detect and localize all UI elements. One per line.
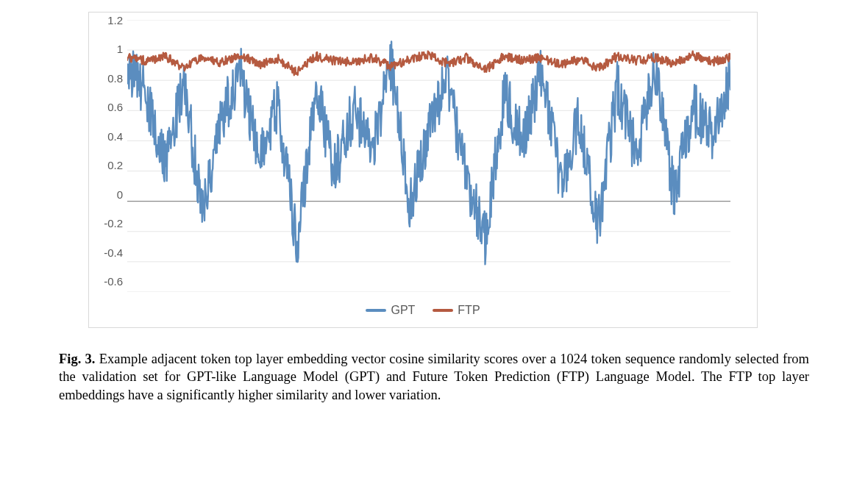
y-tick-label: 0.6: [107, 101, 123, 113]
figure-caption: Fig. 3. Example adjacent token top layer…: [59, 350, 809, 404]
y-tick-label: 1: [117, 43, 123, 54]
legend-swatch-gpt: [366, 309, 386, 312]
legend-swatch-ftp: [433, 309, 453, 312]
plot-area: 1.2 1 0.8 0.6 0.4 0.2 0 -0.2 -0.4 -0.6: [89, 13, 757, 292]
figure-caption-text: Example adjacent token top layer embeddi…: [59, 352, 809, 402]
legend-item-gpt: GPT: [366, 304, 415, 317]
y-tick-label: 1.2: [107, 15, 123, 26]
y-tick-label: 0.2: [107, 160, 123, 171]
legend: GPT FTP: [89, 292, 757, 327]
y-tick-label: -0.6: [104, 276, 123, 287]
y-axis: 1.2 1 0.8 0.6 0.4 0.2 0 -0.2 -0.4 -0.6: [95, 20, 127, 292]
legend-label-gpt: GPT: [391, 304, 415, 317]
y-tick-label: 0.8: [107, 73, 123, 84]
y-tick-label: 0.4: [107, 131, 123, 142]
figure-page: 1.2 1 0.8 0.6 0.4 0.2 0 -0.2 -0.4 -0.6 G…: [0, 0, 868, 411]
chart-svg: [127, 20, 730, 292]
chart-container: 1.2 1 0.8 0.6 0.4 0.2 0 -0.2 -0.4 -0.6 G…: [88, 12, 758, 328]
legend-label-ftp: FTP: [458, 304, 480, 317]
y-tick-label: -0.4: [104, 247, 123, 258]
y-tick-label: 0: [117, 189, 123, 200]
legend-item-ftp: FTP: [433, 304, 480, 317]
plot-canvas: [127, 20, 742, 292]
y-tick-label: -0.2: [104, 218, 123, 229]
figure-label: Fig. 3.: [59, 352, 95, 366]
